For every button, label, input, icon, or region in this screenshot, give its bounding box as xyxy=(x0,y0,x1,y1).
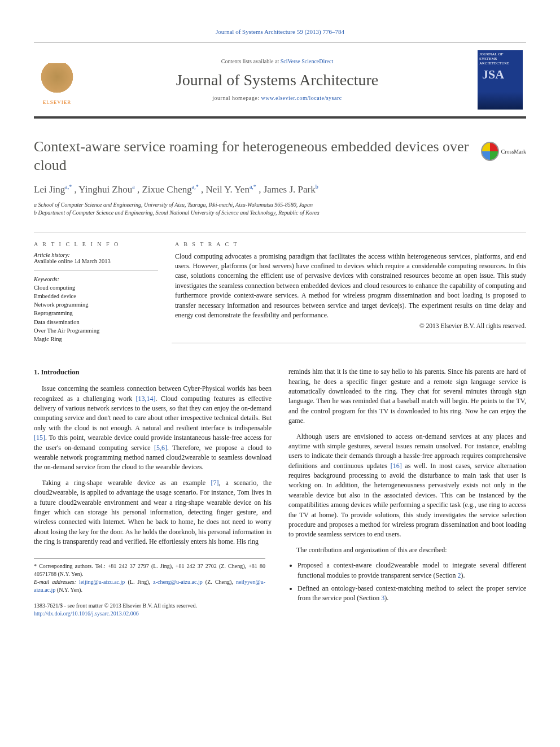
email-link[interactable]: leijing@u-aizu.ac.jp xyxy=(79,579,125,585)
article-info-label: A R T I C L E I N F O xyxy=(34,241,158,247)
author-4-sup: a,* xyxy=(250,184,256,190)
affiliations: a School of Computer Science and Enginee… xyxy=(34,201,526,217)
history-label: Article history: xyxy=(34,252,158,258)
info-abstract-row: A R T I C L E I N F O Article history: A… xyxy=(34,233,526,344)
cover-big-text: JSA xyxy=(482,67,504,82)
text-run: ). xyxy=(461,571,465,579)
sciencedirect-link[interactable]: SciVerse ScienceDirect xyxy=(281,58,334,64)
title-row: Context-aware service roaming for hetero… xyxy=(34,138,526,174)
article-info-block: A R T I C L E I N F O Article history: A… xyxy=(34,233,172,344)
corresponding-note: * Corresponding authors. Tel.: +81 242 3… xyxy=(34,562,265,578)
right-column: reminds him that it is the time to say h… xyxy=(288,367,526,617)
citation-link[interactable]: [15] xyxy=(34,434,45,442)
paper-page: Journal of Systems Architecture 59 (2013… xyxy=(0,0,560,640)
journal-title: Journal of Systems Architecture xyxy=(77,71,478,89)
citation-link[interactable]: [13,14] xyxy=(136,395,156,403)
section-1-heading: 1. Introduction xyxy=(34,367,272,377)
abstract-text: Cloud computing advocates a promising pa… xyxy=(175,252,526,321)
cover-small-text: JOURNAL OF SYSTEMS ARCHITECTURE xyxy=(479,52,521,65)
author-1: Lei Jing xyxy=(34,184,65,195)
article-history: Article history: Available online 14 Mar… xyxy=(34,252,158,270)
keyword: Data dissemination xyxy=(34,318,158,326)
authors-line: Lei Jinga,* , Yinghui Zhoua , Zixue Chen… xyxy=(34,184,526,195)
journal-header-box: ELSEVIER Contents lists available at Sci… xyxy=(34,42,526,119)
citation-link[interactable]: [16] xyxy=(391,462,402,470)
email-who: (Z. Cheng), xyxy=(203,579,236,585)
author-2: , Yinghui Zhou xyxy=(74,184,132,195)
author-2-sup: a xyxy=(132,184,134,190)
keyword: Cloud computing xyxy=(34,283,158,292)
emails-label: E-mail addresses: xyxy=(34,579,79,585)
keyword: Reprogramming xyxy=(34,309,158,317)
paragraph: reminds him that it is the time to say h… xyxy=(288,367,526,426)
author-5-sup: b xyxy=(316,184,318,190)
keyword: Magic Ring xyxy=(34,335,158,343)
text-run: Proposed a context-aware cloud2wearable … xyxy=(298,561,526,579)
paragraph: Taking a ring-shape wearable device as a… xyxy=(34,478,272,547)
footnotes: * Corresponding authors. Tel.: +81 242 3… xyxy=(34,558,265,594)
text-run: Defined an ontology-based context-matchi… xyxy=(298,584,526,602)
crossmark-text: CrossMark xyxy=(501,148,526,155)
keyword: Over The Air Programming xyxy=(34,326,158,335)
text-run: , a scenario, the cloud2wearable, is app… xyxy=(34,479,272,545)
author-3: , Zixue Cheng xyxy=(137,184,192,195)
author-4: , Neil Y. Yen xyxy=(201,184,250,195)
header-citation: Journal of Systems Architecture 59 (2013… xyxy=(34,28,526,35)
author-1-sup: a,* xyxy=(65,184,72,190)
journal-cover-thumbnail: JOURNAL OF SYSTEMS ARCHITECTURE JSA xyxy=(478,50,523,110)
contribution-list: Proposed a context-aware cloud2wearable … xyxy=(288,561,526,604)
journal-homepage-link[interactable]: www.elsevier.com/locate/sysarc xyxy=(261,95,342,101)
emails-line: E-mail addresses: leijing@u-aizu.ac.jp (… xyxy=(34,578,265,594)
article-title: Context-aware service roaming for hetero… xyxy=(34,138,470,174)
affiliation-b: b Department of Computer Science and Eng… xyxy=(34,209,526,217)
journal-homepage-line: journal homepage: www.elsevier.com/locat… xyxy=(77,95,478,101)
citation-link[interactable]: [5,6] xyxy=(154,444,167,452)
author-5: , James J. Park xyxy=(259,184,316,195)
author-3-sup: a,* xyxy=(192,184,199,190)
abstract-block: A B S T R A C T Cloud computing advocate… xyxy=(172,233,526,344)
keywords-list: Cloud computing Embedded device Network … xyxy=(34,283,158,344)
email-who: (N.Y. Yen). xyxy=(55,587,82,593)
issn-line: 1383-7621/$ - see front matter © 2013 El… xyxy=(34,602,272,610)
elsevier-logo: ELSEVIER xyxy=(37,54,77,105)
citation-link[interactable]: [7] xyxy=(211,479,218,487)
doi-link[interactable]: http://dx.doi.org/10.1016/j.sysarc.2013.… xyxy=(34,610,272,618)
crossmark-badge[interactable]: CrossMark xyxy=(481,140,526,163)
text-run: as well. In most cases, service alternat… xyxy=(288,462,526,539)
paragraph: The contribution and organization of thi… xyxy=(288,545,526,555)
homepage-prefix: journal homepage: xyxy=(212,95,261,101)
paragraph: Although users are envisioned to access … xyxy=(288,432,526,540)
text-run: Taking a ring-shape wearable device as a… xyxy=(42,479,211,487)
crossmark-icon xyxy=(481,142,499,161)
elsevier-tree-icon xyxy=(40,63,74,97)
body-columns: 1. Introduction Issue concerning the sea… xyxy=(34,367,526,617)
email-who: (L. Jing), xyxy=(125,579,153,585)
history-line: Available online 14 March 2013 xyxy=(34,258,158,264)
page-footer: 1383-7621/$ - see front matter © 2013 El… xyxy=(34,602,272,618)
contents-list-line: Contents lists available at SciVerse Sci… xyxy=(77,58,478,64)
keyword: Embedded device xyxy=(34,292,158,300)
paragraph: Issue concerning the seamless connection… xyxy=(34,384,272,473)
journal-center: Contents lists available at SciVerse Sci… xyxy=(77,58,478,101)
email-link[interactable]: z-cheng@u-aizu.ac.jp xyxy=(153,579,203,585)
copyright-line: © 2013 Elsevier B.V. All rights reserved… xyxy=(175,322,526,329)
list-item: Proposed a context-aware cloud2wearable … xyxy=(298,561,526,580)
text-run: ). xyxy=(384,594,388,602)
keywords-label: Keywords: xyxy=(34,276,158,282)
keyword: Network programming xyxy=(34,300,158,309)
elsevier-text: ELSEVIER xyxy=(43,99,72,105)
list-item: Defined an ontology-based context-matchi… xyxy=(298,584,526,604)
contents-prefix: Contents lists available at xyxy=(221,58,281,64)
abstract-label: A B S T R A C T xyxy=(175,241,526,247)
affiliation-a: a School of Computer Science and Enginee… xyxy=(34,201,526,209)
left-column: 1. Introduction Issue concerning the sea… xyxy=(34,367,272,617)
